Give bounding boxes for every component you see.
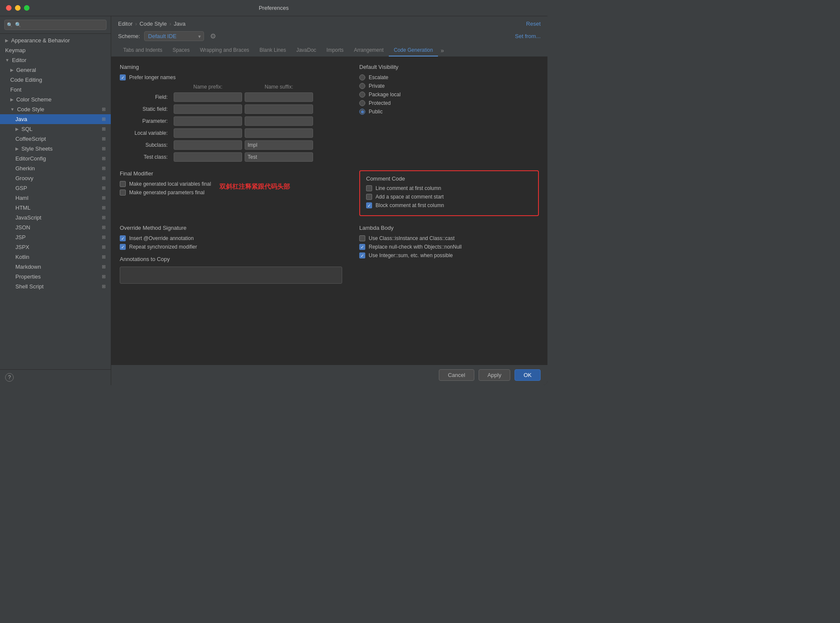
- field-label: Field:: [120, 94, 171, 100]
- sidebar-item-kotlin[interactable]: Kotlin ⊞: [0, 252, 111, 262]
- sidebar-item-groovy[interactable]: Groovy ⊞: [0, 173, 111, 183]
- cancel-button[interactable]: Cancel: [439, 369, 474, 381]
- chevron-icon: ▶: [5, 38, 9, 43]
- sidebar-item-general[interactable]: ▶ General: [0, 65, 111, 75]
- package-local-radio[interactable]: [359, 92, 365, 98]
- test-class-label: Test class:: [120, 154, 171, 160]
- sidebar-item-shellscript[interactable]: Shell Script ⊞: [0, 282, 111, 291]
- protected-radio[interactable]: [359, 100, 365, 106]
- local-var-suffix-input[interactable]: [245, 128, 313, 138]
- repeat-synchronized-label: Repeat synchronized modifier: [129, 244, 197, 250]
- parameter-prefix-input[interactable]: [174, 116, 242, 126]
- close-button[interactable]: [6, 5, 12, 11]
- sidebar-item-gsp[interactable]: GSP ⊞: [0, 183, 111, 193]
- tab-arrangement[interactable]: Arrangement: [349, 44, 388, 56]
- sidebar-item-stylesheets[interactable]: ▶ Style Sheets ⊞: [0, 144, 111, 154]
- public-radio[interactable]: [359, 109, 365, 115]
- subclass-prefix-input[interactable]: [174, 140, 242, 150]
- sidebar-item-haml[interactable]: Haml ⊞: [0, 193, 111, 203]
- minimize-button[interactable]: [15, 5, 21, 11]
- tab-tabs-indents[interactable]: Tabs and Indents: [118, 44, 167, 56]
- static-field-prefix-input[interactable]: [174, 104, 242, 114]
- sidebar-item-coffeescript[interactable]: CoffeeScript ⊞: [0, 134, 111, 144]
- sidebar-item-jspx[interactable]: JSPX ⊞: [0, 242, 111, 252]
- sidebar-item-label: Code Style: [17, 106, 44, 113]
- content-body: Naming Prefer longer names Name prefix: …: [111, 57, 547, 365]
- field-prefix-input[interactable]: [174, 92, 242, 102]
- protected-label: Protected: [369, 100, 390, 106]
- sidebar-item-sql[interactable]: ▶ SQL ⊞: [0, 124, 111, 134]
- sidebar-item-codestyle[interactable]: ▼ Code Style ⊞: [0, 104, 111, 114]
- naming-grid: Name prefix: Name suffix: Field: Static …: [120, 84, 342, 162]
- sidebar-item-font[interactable]: Font: [0, 85, 111, 95]
- sidebar-bottom: ?: [0, 369, 111, 385]
- sidebar-item-html[interactable]: HTML ⊞: [0, 203, 111, 213]
- local-var-prefix-input[interactable]: [174, 128, 242, 138]
- prefer-longer-names-row: Prefer longer names: [120, 74, 342, 80]
- tab-wrapping[interactable]: Wrapping and Braces: [195, 44, 254, 56]
- sidebar-item-javascript[interactable]: JavaScript ⊞: [0, 213, 111, 222]
- params-final-checkbox[interactable]: [120, 190, 126, 196]
- gear-button[interactable]: ⚙: [208, 31, 218, 41]
- breadcrumb-editor[interactable]: Editor: [118, 21, 133, 27]
- breadcrumb-codestyle[interactable]: Code Style: [139, 21, 167, 27]
- prefer-longer-names-checkbox[interactable]: [120, 74, 126, 80]
- set-from-link[interactable]: Set from...: [515, 33, 541, 39]
- maximize-button[interactable]: [24, 5, 30, 11]
- local-vars-final-checkbox[interactable]: [120, 181, 126, 187]
- subclass-suffix-input[interactable]: [245, 140, 313, 150]
- parameter-suffix-input[interactable]: [245, 116, 313, 126]
- sidebar-item-json[interactable]: JSON ⊞: [0, 222, 111, 232]
- sidebar: 🔍 ▶ Appearance & Behavior Keymap ▼ Edito…: [0, 16, 111, 385]
- repeat-synchronized-checkbox[interactable]: [120, 244, 126, 250]
- tab-imports[interactable]: Imports: [321, 44, 349, 56]
- sidebar-item-label: EditorConfig: [15, 155, 46, 162]
- escalate-radio[interactable]: [359, 74, 365, 80]
- private-radio[interactable]: [359, 83, 365, 89]
- sidebar-item-colorscheme[interactable]: ▶ Color Scheme: [0, 95, 111, 104]
- reset-button[interactable]: Reset: [526, 21, 541, 27]
- sidebar-item-properties[interactable]: Properties ⊞: [0, 272, 111, 282]
- search-input[interactable]: [4, 20, 106, 30]
- apply-button[interactable]: Apply: [479, 369, 511, 381]
- tab-blank-lines[interactable]: Blank Lines: [254, 44, 291, 56]
- package-local-row: Package local: [359, 92, 539, 98]
- tabs-overflow-icon[interactable]: »: [438, 44, 447, 56]
- annotations-to-copy-area[interactable]: [120, 267, 342, 284]
- tab-code-generation[interactable]: Code Generation: [389, 44, 438, 56]
- sidebar-item-editor[interactable]: ▼ Editor: [0, 55, 111, 65]
- chevron-icon: ▶: [15, 146, 19, 151]
- space-at-comment-start-checkbox[interactable]: [366, 194, 372, 200]
- line-comment-first-col-checkbox[interactable]: [366, 185, 372, 191]
- static-field-suffix-input[interactable]: [245, 104, 313, 114]
- tab-javadoc[interactable]: JavaDoc: [291, 44, 322, 56]
- sidebar-item-editorconfig[interactable]: EditorConfig ⊞: [0, 154, 111, 163]
- sidebar-item-keymap[interactable]: Keymap: [0, 45, 111, 55]
- test-class-prefix-input[interactable]: [174, 152, 242, 162]
- name-prefix-header: Name prefix:: [174, 84, 242, 90]
- sidebar-item-gherkin[interactable]: Gherkin ⊞: [0, 163, 111, 173]
- sidebar-item-label: Haml: [15, 195, 28, 201]
- local-vars-final-label: Make generated local variables final: [129, 181, 211, 187]
- chevron-icon: ▶: [15, 127, 19, 131]
- sidebar-item-appearance[interactable]: ▶ Appearance & Behavior: [0, 36, 111, 45]
- help-button[interactable]: ?: [5, 373, 14, 382]
- sidebar-item-label: Groovy: [15, 175, 33, 181]
- field-suffix-input[interactable]: [245, 92, 313, 102]
- class-isinstance-checkbox[interactable]: [359, 235, 365, 241]
- sidebar-item-label: Code Editing: [10, 77, 42, 83]
- use-integer-sum-checkbox[interactable]: [359, 252, 365, 258]
- block-comment-first-col-checkbox[interactable]: [366, 202, 372, 208]
- annotations-to-copy-title: Annotations to Copy: [120, 256, 342, 262]
- scheme-select[interactable]: Default IDE: [144, 31, 204, 41]
- sidebar-item-jsp[interactable]: JSP ⊞: [0, 232, 111, 242]
- title-bar: Preferences: [0, 0, 547, 16]
- ok-button[interactable]: OK: [515, 369, 541, 381]
- tab-spaces[interactable]: Spaces: [167, 44, 195, 56]
- replace-null-check-checkbox[interactable]: [359, 244, 365, 250]
- sidebar-item-codeediting[interactable]: Code Editing: [0, 75, 111, 85]
- sidebar-item-java[interactable]: Java ⊞: [0, 114, 111, 124]
- test-class-suffix-input[interactable]: [245, 152, 313, 162]
- insert-override-checkbox[interactable]: [120, 235, 126, 241]
- sidebar-item-markdown[interactable]: Markdown ⊞: [0, 262, 111, 272]
